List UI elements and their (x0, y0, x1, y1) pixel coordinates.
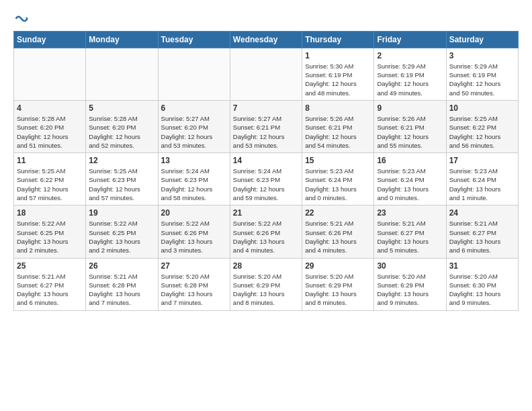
calendar-cell: 8Sunrise: 5:26 AM Sunset: 6:21 PM Daylig… (302, 100, 374, 152)
day-info: Sunrise: 5:25 AM Sunset: 6:23 PM Dayligh… (89, 167, 154, 202)
page-header (13, 11, 519, 26)
calendar-cell: 13Sunrise: 5:24 AM Sunset: 6:23 PM Dayli… (158, 153, 230, 205)
day-number: 28 (233, 261, 299, 271)
day-number: 12 (89, 156, 154, 165)
day-number: 17 (449, 156, 515, 165)
calendar-cell (14, 48, 86, 100)
calendar-cell: 12Sunrise: 5:25 AM Sunset: 6:23 PM Dayli… (86, 153, 158, 205)
calendar-cell: 6Sunrise: 5:27 AM Sunset: 6:20 PM Daylig… (158, 100, 230, 152)
day-number: 2 (377, 51, 443, 60)
calendar-cell: 27Sunrise: 5:20 AM Sunset: 6:28 PM Dayli… (158, 258, 230, 310)
day-number: 13 (161, 156, 227, 165)
calendar-week-row: 18Sunrise: 5:22 AM Sunset: 6:25 PM Dayli… (14, 205, 519, 258)
day-info: Sunrise: 5:28 AM Sunset: 6:20 PM Dayligh… (17, 114, 83, 150)
day-number: 14 (233, 156, 299, 165)
calendar-cell: 28Sunrise: 5:20 AM Sunset: 6:29 PM Dayli… (230, 258, 302, 310)
day-info: Sunrise: 5:20 AM Sunset: 6:30 PM Dayligh… (449, 272, 515, 308)
calendar-cell: 31Sunrise: 5:20 AM Sunset: 6:30 PM Dayli… (446, 258, 518, 310)
day-info: Sunrise: 5:30 AM Sunset: 6:19 PM Dayligh… (305, 62, 371, 97)
calendar-cell: 23Sunrise: 5:21 AM Sunset: 6:27 PM Dayli… (374, 205, 446, 258)
calendar-cell: 15Sunrise: 5:23 AM Sunset: 6:24 PM Dayli… (302, 153, 374, 205)
calendar-week-row: 4Sunrise: 5:28 AM Sunset: 6:20 PM Daylig… (14, 100, 519, 152)
logo (13, 11, 28, 26)
day-info: Sunrise: 5:22 AM Sunset: 6:25 PM Dayligh… (89, 219, 154, 255)
day-info: Sunrise: 5:28 AM Sunset: 6:20 PM Dayligh… (89, 114, 154, 150)
calendar-cell: 9Sunrise: 5:26 AM Sunset: 6:21 PM Daylig… (374, 100, 446, 152)
day-info: Sunrise: 5:22 AM Sunset: 6:26 PM Dayligh… (161, 219, 227, 255)
day-number: 25 (17, 261, 83, 271)
calendar-cell: 16Sunrise: 5:23 AM Sunset: 6:24 PM Dayli… (374, 153, 446, 205)
weekday-header-cell: Tuesday (158, 31, 230, 48)
weekday-header-cell: Sunday (14, 31, 86, 48)
day-info: Sunrise: 5:23 AM Sunset: 6:24 PM Dayligh… (449, 167, 515, 202)
day-info: Sunrise: 5:20 AM Sunset: 6:29 PM Dayligh… (233, 272, 299, 308)
day-number: 16 (377, 156, 443, 165)
day-info: Sunrise: 5:21 AM Sunset: 6:26 PM Dayligh… (305, 219, 371, 255)
day-info: Sunrise: 5:26 AM Sunset: 6:21 PM Dayligh… (377, 114, 443, 150)
day-number: 30 (377, 261, 443, 271)
day-number: 26 (89, 261, 154, 271)
logo-block (13, 11, 28, 26)
logo-wave-icon (15, 12, 28, 26)
day-number: 1 (305, 51, 371, 60)
day-number: 20 (161, 208, 227, 218)
day-number: 24 (449, 208, 515, 218)
day-info: Sunrise: 5:25 AM Sunset: 6:22 PM Dayligh… (17, 167, 83, 202)
day-number: 29 (305, 261, 371, 271)
day-info: Sunrise: 5:20 AM Sunset: 6:29 PM Dayligh… (305, 272, 371, 308)
day-number: 27 (161, 261, 227, 271)
day-number: 8 (305, 103, 371, 113)
calendar-cell: 22Sunrise: 5:21 AM Sunset: 6:26 PM Dayli… (302, 205, 374, 258)
day-info: Sunrise: 5:21 AM Sunset: 6:28 PM Dayligh… (89, 272, 154, 308)
calendar-cell (230, 48, 302, 100)
calendar-cell: 11Sunrise: 5:25 AM Sunset: 6:22 PM Dayli… (14, 153, 86, 205)
calendar-cell: 30Sunrise: 5:20 AM Sunset: 6:29 PM Dayli… (374, 258, 446, 310)
weekday-header-row: SundayMondayTuesdayWednesdayThursdayFrid… (14, 31, 519, 48)
day-info: Sunrise: 5:26 AM Sunset: 6:21 PM Dayligh… (305, 114, 371, 150)
calendar-cell: 2Sunrise: 5:29 AM Sunset: 6:19 PM Daylig… (374, 48, 446, 100)
day-info: Sunrise: 5:27 AM Sunset: 6:21 PM Dayligh… (233, 114, 299, 150)
calendar-cell: 19Sunrise: 5:22 AM Sunset: 6:25 PM Dayli… (86, 205, 158, 258)
day-info: Sunrise: 5:21 AM Sunset: 6:27 PM Dayligh… (17, 272, 83, 308)
day-number: 23 (377, 208, 443, 218)
day-info: Sunrise: 5:22 AM Sunset: 6:25 PM Dayligh… (17, 219, 83, 255)
calendar-cell: 25Sunrise: 5:21 AM Sunset: 6:27 PM Dayli… (14, 258, 86, 310)
day-info: Sunrise: 5:22 AM Sunset: 6:26 PM Dayligh… (233, 219, 299, 255)
day-info: Sunrise: 5:24 AM Sunset: 6:23 PM Dayligh… (161, 167, 227, 202)
day-info: Sunrise: 5:23 AM Sunset: 6:24 PM Dayligh… (305, 167, 371, 202)
calendar-cell: 1Sunrise: 5:30 AM Sunset: 6:19 PM Daylig… (302, 48, 374, 100)
day-number: 18 (17, 208, 83, 218)
calendar-cell: 5Sunrise: 5:28 AM Sunset: 6:20 PM Daylig… (86, 100, 158, 152)
calendar-cell: 10Sunrise: 5:25 AM Sunset: 6:22 PM Dayli… (446, 100, 518, 152)
day-info: Sunrise: 5:20 AM Sunset: 6:29 PM Dayligh… (377, 272, 443, 308)
calendar-cell (86, 48, 158, 100)
day-info: Sunrise: 5:24 AM Sunset: 6:23 PM Dayligh… (233, 167, 299, 202)
day-number: 11 (17, 156, 83, 165)
weekday-header-cell: Monday (86, 31, 158, 48)
calendar-cell (158, 48, 230, 100)
day-number: 3 (449, 51, 515, 60)
calendar-week-row: 25Sunrise: 5:21 AM Sunset: 6:27 PM Dayli… (14, 258, 519, 310)
calendar-cell: 26Sunrise: 5:21 AM Sunset: 6:28 PM Dayli… (86, 258, 158, 310)
calendar-cell: 18Sunrise: 5:22 AM Sunset: 6:25 PM Dayli… (14, 205, 86, 258)
calendar-body: 1Sunrise: 5:30 AM Sunset: 6:19 PM Daylig… (14, 48, 519, 310)
day-number: 19 (89, 208, 154, 218)
calendar-week-row: 1Sunrise: 5:30 AM Sunset: 6:19 PM Daylig… (14, 48, 519, 100)
calendar-table: SundayMondayTuesdayWednesdayThursdayFrid… (13, 31, 519, 311)
calendar-cell: 7Sunrise: 5:27 AM Sunset: 6:21 PM Daylig… (230, 100, 302, 152)
day-number: 21 (233, 208, 299, 218)
day-number: 31 (449, 261, 515, 271)
day-info: Sunrise: 5:23 AM Sunset: 6:24 PM Dayligh… (377, 167, 443, 202)
day-number: 7 (233, 103, 299, 113)
calendar-week-row: 11Sunrise: 5:25 AM Sunset: 6:22 PM Dayli… (14, 153, 519, 205)
day-info: Sunrise: 5:25 AM Sunset: 6:22 PM Dayligh… (449, 114, 515, 150)
day-number: 10 (449, 103, 515, 113)
day-number: 5 (89, 103, 154, 113)
calendar-cell: 17Sunrise: 5:23 AM Sunset: 6:24 PM Dayli… (446, 153, 518, 205)
calendar-cell: 24Sunrise: 5:21 AM Sunset: 6:27 PM Dayli… (446, 205, 518, 258)
calendar-cell: 21Sunrise: 5:22 AM Sunset: 6:26 PM Dayli… (230, 205, 302, 258)
day-info: Sunrise: 5:21 AM Sunset: 6:27 PM Dayligh… (377, 219, 443, 255)
day-info: Sunrise: 5:27 AM Sunset: 6:20 PM Dayligh… (161, 114, 227, 150)
day-info: Sunrise: 5:20 AM Sunset: 6:28 PM Dayligh… (161, 272, 227, 308)
weekday-header-cell: Saturday (446, 31, 518, 48)
